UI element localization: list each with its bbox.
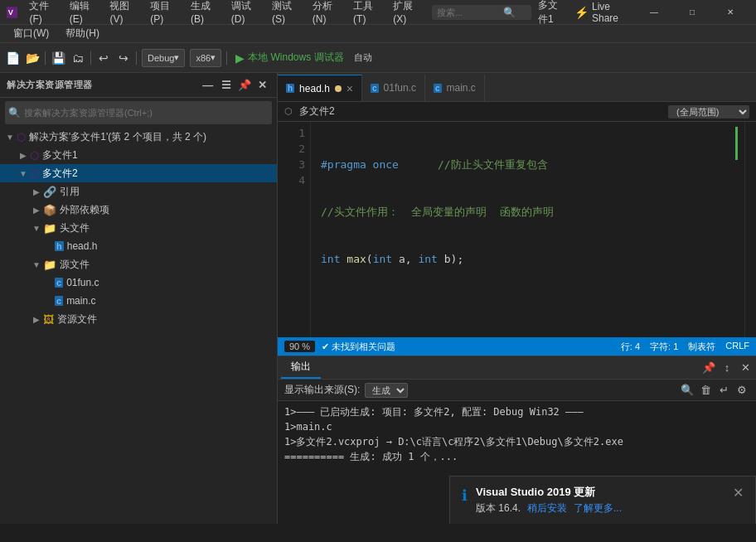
sidebar: 解决方案资源管理器 — ☰ 📌 ✕ 🔍 ▼ ⬡ 解决方案'多文件1'(第 2 个…	[0, 73, 278, 524]
menu-tools[interactable]: 工具(T)	[346, 0, 385, 27]
run-mode-label: 自动	[354, 51, 372, 64]
menu-view[interactable]: 视图(V)	[103, 0, 142, 27]
tab-headh-close[interactable]: ×	[346, 83, 353, 94]
tree-label-headers: 头文件	[60, 221, 90, 235]
notification-install-link[interactable]: 稍后安装	[527, 501, 567, 515]
menu-test[interactable]: 测试(S)	[265, 0, 304, 27]
main-layout: 解决方案资源管理器 — ☰ 📌 ✕ 🔍 ▼ ⬡ 解决方案'多文件1'(第 2 个…	[0, 73, 756, 524]
menu-bar: 文件(F) 编辑(E) 视图(V) 项目(P) 生成(B) 调试(D) 测试(S…	[22, 0, 425, 27]
zoom-control[interactable]: 90 %	[284, 341, 315, 352]
maximize-button[interactable]: □	[673, 0, 711, 25]
live-share-button[interactable]: ⚡ Live Share	[568, 0, 625, 26]
output-source-label: 显示输出来源(S):	[284, 383, 360, 397]
menu-debug[interactable]: 调试(D)	[225, 0, 264, 27]
status-encoding[interactable]: CRLF	[725, 341, 749, 353]
status-tabs[interactable]: 制表符	[688, 341, 715, 353]
run-label: 本地 Windows 调试器	[248, 51, 343, 65]
extern-icon: 📦	[43, 204, 56, 216]
search-icon: 🔍	[503, 7, 516, 18]
sidebar-search-input[interactable]	[24, 108, 190, 118]
output-line-2: 1>main.c	[284, 419, 749, 434]
output-pin-btn[interactable]: 📌	[701, 361, 716, 375]
tab-headh[interactable]: h head.h ×	[278, 75, 362, 101]
menu-window[interactable]: 窗口(W)	[7, 25, 56, 42]
pin-btn[interactable]: 📌	[237, 78, 252, 93]
sidebar-close-btn[interactable]: ✕	[255, 78, 270, 93]
open-btn[interactable]: 📂	[23, 49, 41, 67]
tab-mainc-icon: c	[434, 84, 442, 93]
output-panel-icons: 📌 ↕ ✕	[701, 361, 753, 375]
tree-01func[interactable]: c 01fun.c	[0, 273, 277, 292]
code-editor[interactable]: 1 2 3 4 #pragma once //防止头文件重复包含 //头文件作用…	[278, 122, 756, 337]
search-box[interactable]: 🔍	[432, 5, 531, 20]
save-all-btn[interactable]: 🗂	[69, 49, 87, 67]
tree-mainc[interactable]: c main.c	[0, 292, 277, 310]
menu-help[interactable]: 帮助(H)	[59, 25, 106, 42]
tree-refs[interactable]: ▶ 🔗 引用	[0, 182, 277, 201]
tree-label-resources: 资源文件	[57, 312, 97, 327]
new-file-btn[interactable]: 📄	[3, 49, 22, 67]
mainc-icon: c	[55, 296, 63, 306]
collapse-all-btn[interactable]: —	[201, 78, 216, 93]
solution-tree: ▼ ⬡ 解决方案'多文件1'(第 2 个项目，共 2 个) ▶ ⬡ 多文件1 ▼…	[0, 128, 277, 524]
notification-more-link[interactable]: 了解更多...	[574, 501, 622, 515]
code-line-1: #pragma once //防止头文件重复包含	[321, 157, 744, 172]
output-move-btn[interactable]: ↕	[720, 361, 734, 375]
tree-label-01func: 01fun.c	[66, 277, 99, 288]
tree-arrow-resources: ▶	[30, 315, 43, 324]
output-filter-btn[interactable]: 🔍	[680, 383, 695, 398]
tree-label-project1: 多文件1	[42, 148, 78, 162]
debug-config-dropdown[interactable]: Debug ▾	[142, 49, 185, 67]
sources-icon: 📁	[43, 259, 56, 271]
tree-project1[interactable]: ▶ ⬡ 多文件1	[0, 146, 277, 164]
output-clear-btn[interactable]: 🗑	[698, 383, 713, 398]
scope-dropdown[interactable]: (全局范围)	[668, 105, 749, 119]
menu-project[interactable]: 项目(P)	[143, 0, 182, 27]
close-button[interactable]: ✕	[711, 0, 749, 25]
tab-mainc[interactable]: c main.c	[425, 75, 485, 101]
code-indicator	[735, 127, 738, 160]
sidebar-title: 解决方案资源管理器	[7, 79, 93, 91]
output-source-select[interactable]: 生成	[365, 383, 408, 398]
arch-dropdown[interactable]: x86 ▾	[190, 49, 221, 67]
menu-build[interactable]: 生成(B)	[184, 0, 223, 27]
tree-arrow-project1: ▶	[17, 151, 30, 160]
tree-solution[interactable]: ▼ ⬡ 解决方案'多文件1'(第 2 个项目，共 2 个)	[0, 128, 277, 146]
output-settings-btn[interactable]: ⚙	[734, 383, 749, 398]
redo-btn[interactable]: ↪	[114, 49, 133, 67]
menu-file[interactable]: 文件(F)	[22, 0, 61, 27]
tab-headh-label: head.h	[299, 83, 330, 94]
menu-edit[interactable]: 编辑(E)	[63, 0, 102, 27]
tree-headers[interactable]: ▼ 📁 头文件	[0, 219, 277, 237]
tree-extern[interactable]: ▶ 📦 外部依赖项	[0, 201, 277, 219]
save-btn[interactable]: 💾	[49, 49, 67, 67]
tree-project2[interactable]: ▼ ⬡ 多文件2	[0, 164, 277, 182]
tree-label-mainc: main.c	[66, 295, 95, 307]
output-content: 1>——— 已启动生成: 项目: 多文件2, 配置: Debug Win32 —…	[278, 401, 756, 484]
properties-btn[interactable]: ☰	[219, 78, 234, 93]
minimize-button[interactable]: —	[635, 0, 673, 25]
undo-btn[interactable]: ↩	[94, 49, 113, 67]
output-wrap-btn[interactable]: ↵	[716, 383, 731, 398]
run-button[interactable]: ▶ 本地 Windows 调试器	[230, 49, 348, 66]
tab-mainc-label: main.c	[447, 82, 476, 94]
tree-resources[interactable]: ▶ 🖼 资源文件	[0, 310, 277, 328]
output-close-btn[interactable]: ✕	[738, 361, 753, 375]
project1-icon: ⬡	[30, 149, 39, 162]
notification-close-btn[interactable]: ✕	[733, 485, 744, 501]
status-line[interactable]: 行: 4	[621, 341, 640, 353]
search-input[interactable]	[437, 7, 503, 17]
tree-headh[interactable]: h head.h	[0, 237, 277, 255]
tab-output[interactable]: 输出	[281, 356, 321, 379]
tree-sources[interactable]: ▼ 📁 源文件	[0, 255, 277, 273]
live-share-icon: ⚡	[574, 6, 589, 19]
play-icon: ▶	[235, 51, 245, 65]
status-char[interactable]: 字符: 1	[650, 341, 678, 353]
code-content[interactable]: #pragma once //防止头文件重复包含 //头文件作用： 全局变量的声…	[311, 122, 744, 337]
output-line-1: 1>——— 已启动生成: 项目: 多文件2, 配置: Debug Win32 —…	[284, 404, 749, 419]
sidebar-search[interactable]: 🔍	[5, 101, 272, 124]
tab-01func[interactable]: c 01fun.c	[362, 75, 425, 101]
menu-analyze[interactable]: 分析(N)	[306, 0, 345, 27]
menu-extensions[interactable]: 扩展(X)	[386, 0, 425, 27]
editor-right-scrollbar[interactable]	[744, 122, 756, 337]
